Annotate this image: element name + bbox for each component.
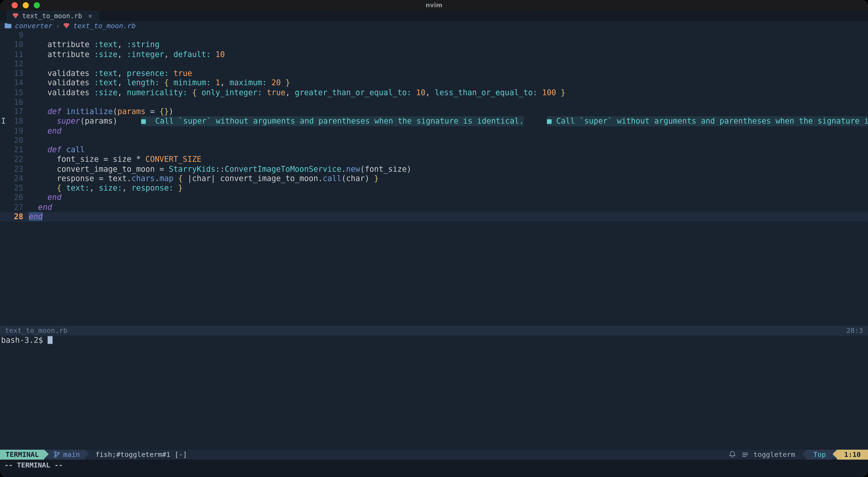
gutter-sign [0, 164, 9, 174]
gutter-sign [0, 183, 9, 193]
lualine-statusbar: TERMINAL main fish;#toggleterm#1 [-] [0, 450, 868, 459]
code-line-27[interactable]: 27 end [0, 203, 868, 212]
code-text [29, 59, 868, 69]
code-line-25[interactable]: 25 { text:, size:, response: } [0, 183, 868, 193]
line-number: 21 [9, 145, 23, 154]
gutter-sign [0, 31, 9, 40]
scroll-progress: Top [807, 450, 833, 459]
ruby-file-icon [63, 23, 70, 29]
line-number: 18 [9, 116, 23, 126]
powerline-separator [832, 450, 837, 458]
code-text [29, 31, 868, 40]
code-line-14[interactable]: 14 validates :text, length: { minimum: 1… [0, 78, 868, 88]
titlebar: nvim [0, 0, 868, 10]
code-line-15[interactable]: 15 validates :size, numericality: { only… [0, 88, 868, 97]
gutter-sign [0, 154, 9, 164]
line-number: 11 [9, 50, 23, 59]
gutter-sign [0, 203, 9, 212]
code-text: end [29, 126, 868, 136]
line-number: 17 [9, 107, 23, 116]
window-title: nvim [0, 0, 868, 10]
line-number: 16 [9, 97, 23, 107]
breadcrumb: converter › text_to_moon.rb [0, 21, 868, 30]
powerline-separator [85, 450, 89, 458]
code-line-12[interactable]: 12 [0, 59, 868, 69]
code-line-19[interactable]: 19 end [0, 126, 868, 136]
ruby-file-icon [12, 13, 19, 19]
line-number: 9 [9, 31, 23, 40]
terminal-cursor [48, 336, 52, 344]
code-line-17[interactable]: 17 def initialize(params = {}) [0, 107, 868, 116]
statusline: text_to_moon.rb 28:3 [0, 326, 868, 335]
code-line-21[interactable]: 21 def call [0, 145, 868, 154]
powerline-separator [802, 450, 807, 458]
breadcrumb-separator: › [56, 22, 60, 30]
code-line-28[interactable]: 28end [0, 212, 868, 221]
gutter-sign [0, 136, 9, 145]
traffic-lights [12, 2, 40, 8]
zoom-window-button[interactable] [34, 2, 40, 8]
code-text [29, 136, 868, 145]
gutter-sign [0, 97, 9, 107]
code-line-13[interactable]: 13 validates :text, presence: true [0, 69, 868, 78]
line-number: 27 [9, 203, 23, 212]
tab-close-icon[interactable]: × [88, 12, 92, 20]
gutter-sign [0, 40, 9, 50]
code-line-9[interactable]: 9 [0, 31, 868, 40]
gutter-sign [0, 212, 9, 221]
gutter-sign [0, 78, 9, 88]
command-line: -- TERMINAL -- [0, 459, 868, 477]
lualine-spacer [187, 450, 729, 459]
line-number: 24 [9, 174, 23, 183]
code-text: validates :text, presence: true [29, 69, 868, 78]
code-text: end [29, 193, 868, 203]
terminal-prompt-line[interactable]: bash-3.2$ [0, 335, 868, 345]
cursor-location: 1:10 [837, 450, 868, 459]
gutter-sign [0, 174, 9, 183]
tab-label: text_to_moon.rb [22, 12, 82, 20]
bell-icon [729, 451, 736, 458]
code-line-10[interactable]: 10 attribute :text, :string [0, 40, 868, 50]
code-text: validates :size, numericality: { only_in… [29, 88, 868, 97]
code-text: super(params)■ Call `super` without argu… [29, 116, 868, 126]
code-line-16[interactable]: 16 [0, 97, 868, 107]
code-line-18[interactable]: I18 super(params)■ Call `super` without … [0, 116, 868, 126]
code-line-26[interactable]: 26 end [0, 193, 868, 203]
gutter-sign [0, 59, 9, 69]
terminal-buffer[interactable]: bash-3.2$ [0, 335, 868, 450]
line-number: 26 [9, 193, 23, 203]
code-text: validates :text, length: { minimum: 1, m… [29, 78, 868, 88]
code-text: convert_image_to_moon = StarryKids::Conv… [29, 164, 868, 174]
code-text: def call [29, 145, 868, 154]
gutter-sign [0, 145, 9, 154]
gutter-sign [0, 69, 9, 78]
minimize-window-button[interactable] [23, 2, 29, 8]
powerline-separator [44, 450, 49, 458]
lualine-icons [729, 450, 748, 459]
code-line-11[interactable]: 11 attribute :size, :integer, default: 1… [0, 50, 868, 59]
close-window-button[interactable] [12, 2, 18, 8]
breadcrumb-folder[interactable]: converter [15, 22, 53, 30]
gutter-sign: I [0, 116, 9, 126]
code-line-24[interactable]: 24 response = text.chars.map { |char| co… [0, 174, 868, 183]
code-line-23[interactable]: 23 convert_image_to_moon = StarryKids::C… [0, 164, 868, 174]
git-branch-icon [54, 451, 60, 458]
code-text: { text:, size:, response: } [29, 183, 868, 193]
nvim-window: nvim text_to_moon.rb × converter › text_… [0, 0, 868, 477]
code-text [29, 97, 868, 107]
line-number: 23 [9, 164, 23, 174]
tab-text-to-moon[interactable]: text_to_moon.rb × [6, 10, 99, 21]
editor-buffer[interactable]: 9 10 attribute :text, :string 11 attribu… [0, 31, 868, 326]
folder-icon [4, 23, 12, 29]
line-number: 14 [9, 78, 23, 88]
code-text: attribute :text, :string [29, 40, 868, 50]
code-text: def initialize(params = {}) [29, 107, 868, 116]
code-text: attribute :size, :integer, default: 10 [29, 50, 868, 59]
code-line-22[interactable]: 22 font_size = size * CONVERT_SIZE [0, 154, 868, 164]
line-number: 13 [9, 69, 23, 78]
breadcrumb-file[interactable]: text_to_moon.rb [73, 22, 136, 30]
gutter-sign [0, 88, 9, 97]
line-number: 19 [9, 126, 23, 136]
code-line-20[interactable]: 20 [0, 136, 868, 145]
mode-indicator: TERMINAL [0, 450, 44, 459]
